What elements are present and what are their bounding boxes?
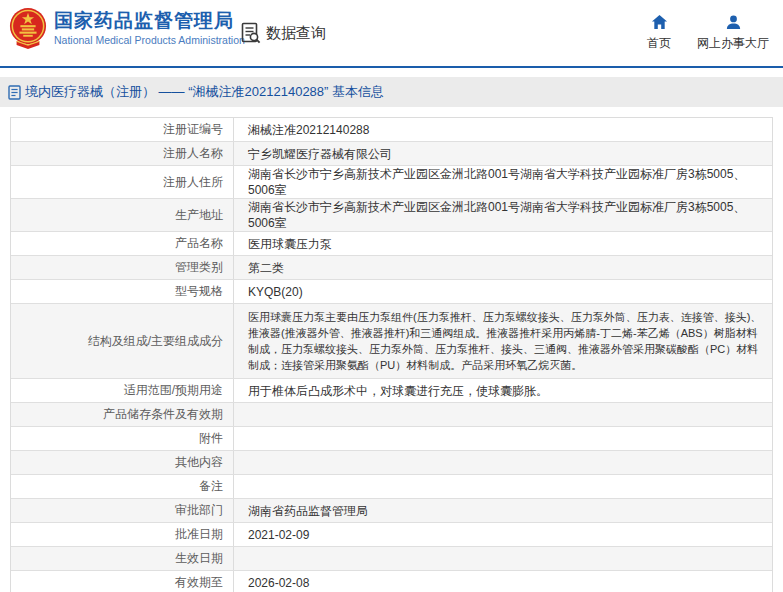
row-label: 审批部门 [11,499,234,522]
data-query-label: 数据查询 [266,24,326,43]
row-label-text: 注册人名称 [163,145,223,162]
row-value: 医用球囊压力泵主要由压力泵组件(压力泵推杆、压力泵螺纹接头、压力泵外筒、压力表、… [234,304,772,378]
row-value: 第二类 [234,256,772,279]
row-label: 产品名称 [11,232,234,255]
table-row: 有效期至 2026-02-08 [11,571,772,592]
header-nav: 首页 网上办事大厅 [647,14,769,52]
row-label-text: 管理类别 [175,259,223,276]
row-label: 注册人住所 [11,166,234,198]
row-label: 注册人名称 [11,142,234,165]
row-label-text: 生产地址 [175,207,223,224]
home-icon [651,14,668,31]
nav-home[interactable]: 首页 [647,14,671,52]
table-row: 型号规格 KYQB(20) [11,280,772,304]
row-value: 宁乡凯耀医疗器械有限公司 [234,142,772,165]
row-label-text: 备注 [199,478,223,495]
row-label-text: 注册证编号 [163,121,223,138]
row-value [234,403,772,426]
breadcrumb-bar: 境内医疗器械（注册） —— “湘械注准20212140288” 基本信息 [0,77,783,107]
row-value: 2026-02-08 [234,571,772,592]
row-value [234,427,772,450]
row-label: 注册证编号 [11,118,234,141]
row-label: 产品储存条件及有效期 [11,403,234,426]
row-label-text: 其他内容 [175,454,223,471]
table-row: 注册人住所 湖南省长沙市宁乡高新技术产业园区金洲北路001号湖南省大学科技产业园… [11,166,772,199]
row-label: 适用范围/预期用途 [11,379,234,402]
user-icon [725,14,742,31]
row-label: 生产地址 [11,199,234,231]
row-label: 管理类别 [11,256,234,279]
nav-data-query[interactable]: 数据查询 [241,22,326,44]
row-label-text: 附件 [199,430,223,447]
nav-home-label: 首页 [647,35,671,52]
table-row: 注册证编号 湘械注准20212140288 [11,118,772,142]
nav-hall-label: 网上办事大厅 [697,35,769,52]
row-label-text: 注册人住所 [163,174,223,191]
logo-text: 国家药品监督管理局 National Medical Products Admi… [54,9,245,47]
table-row: 附件 [11,427,772,451]
row-value [234,475,772,498]
row-value: 湖南省药品监督管理局 [234,499,772,522]
row-value: 湖南省长沙市宁乡高新技术产业园区金洲北路001号湖南省大学科技产业园标准厂房3栋… [234,166,772,198]
row-label-text: 适用范围/预期用途 [124,382,223,399]
table-row: 产品名称 医用球囊压力泵 [11,232,772,256]
row-value: 2021-02-09 [234,523,772,546]
table-row: 生产地址 湖南省长沙市宁乡高新技术产业园区金洲北路001号湖南省大学科技产业园标… [11,199,772,232]
row-value: 医用球囊压力泵 [234,232,772,255]
table-row: 注册人名称 宁乡凯耀医疗器械有限公司 [11,142,772,166]
row-label-text: 生效日期 [175,550,223,567]
table-row: 审批部门 湖南省药品监督管理局 [11,499,772,523]
row-label-text: 结构及组成/主要组成成分 [88,333,223,350]
table-row: 管理类别 第二类 [11,256,772,280]
document-icon [8,85,21,100]
table-row: 备注 [11,475,772,499]
table-row: 其他内容 [11,451,772,475]
info-table: 注册证编号 湘械注准20212140288 注册人名称 宁乡凯耀医疗器械有限公司… [10,117,773,592]
row-value [234,451,772,474]
row-label: 型号规格 [11,280,234,303]
nav-online-hall[interactable]: 网上办事大厅 [697,14,769,52]
document-search-icon [241,22,261,44]
national-emblem-icon [9,7,47,49]
site-title: 国家药品监督管理局 [54,9,245,33]
row-value: 湘械注准20212140288 [234,118,772,141]
site-subtitle: National Medical Products Administration [54,33,245,47]
row-label-text: 有效期至 [175,574,223,591]
row-label-text: 审批部门 [175,502,223,519]
row-label: 有效期至 [11,571,234,592]
site-header: 国家药品监督管理局 National Medical Products Admi… [0,0,783,68]
row-value: 湖南省长沙市宁乡高新技术产业园区金洲北路001号湖南省大学科技产业园标准厂房3栋… [234,199,772,231]
row-value [234,547,772,570]
row-label: 其他内容 [11,451,234,474]
row-label-text: 批准日期 [175,526,223,543]
table-row: 生效日期 [11,547,772,571]
row-value: 用于椎体后凸成形术中，对球囊进行充压，使球囊膨胀。 [234,379,772,402]
row-label-text: 型号规格 [175,283,223,300]
row-value: KYQB(20) [234,280,772,303]
table-row: 产品储存条件及有效期 [11,403,772,427]
row-label: 附件 [11,427,234,450]
nmpa-logo[interactable]: 国家药品监督管理局 National Medical Products Admi… [9,7,245,49]
table-row: 批准日期 2021-02-09 [11,523,772,547]
row-label: 备注 [11,475,234,498]
row-label: 批准日期 [11,523,234,546]
row-label: 结构及组成/主要组成成分 [11,304,234,378]
table-row: 结构及组成/主要组成成分 医用球囊压力泵主要由压力泵组件(压力泵推杆、压力泵螺纹… [11,304,772,379]
row-label-text: 产品储存条件及有效期 [103,406,223,423]
table-row: 适用范围/预期用途 用于椎体后凸成形术中，对球囊进行充压，使球囊膨胀。 [11,379,772,403]
row-label-text: 产品名称 [175,235,223,252]
breadcrumb: 境内医疗器械（注册） —— “湘械注准20212140288” 基本信息 [25,83,384,101]
row-label: 生效日期 [11,547,234,570]
